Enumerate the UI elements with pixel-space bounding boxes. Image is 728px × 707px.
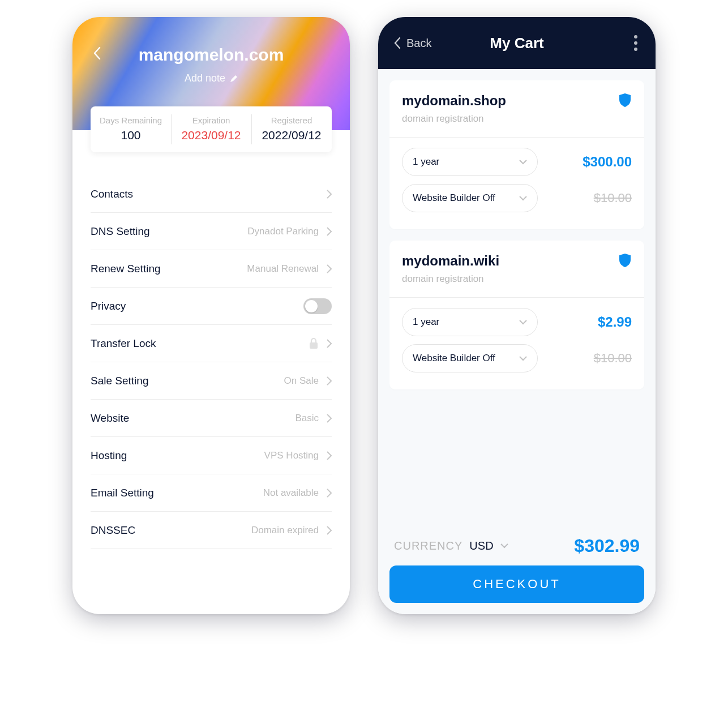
- term-value: 1 year: [413, 316, 439, 328]
- row-label: Renew Setting: [91, 263, 161, 275]
- row-value: On Sale: [284, 375, 319, 387]
- back-label: Back: [406, 37, 431, 50]
- shield-icon: [618, 253, 632, 268]
- add-note-label: Add note: [185, 72, 225, 84]
- row-contacts[interactable]: Contacts: [91, 175, 332, 213]
- chevron-right-icon: [327, 339, 332, 348]
- chevron-down-icon: [519, 320, 527, 325]
- stat-value: 2022/09/12: [254, 128, 329, 142]
- item-price: $300.00: [583, 154, 632, 170]
- chevron-right-icon: [327, 414, 332, 423]
- row-label: Sale Setting: [91, 375, 148, 387]
- builder-select[interactable]: Website Builder Off: [402, 184, 538, 212]
- row-transfer-lock[interactable]: Transfer Lock: [91, 325, 332, 362]
- builder-price: $10.00: [594, 351, 632, 366]
- row-value: VPS Hosting: [264, 450, 319, 461]
- back-icon[interactable]: [93, 46, 101, 60]
- chevron-right-icon: [327, 376, 332, 385]
- row-privacy: Privacy: [91, 288, 332, 325]
- term-select[interactable]: 1 year: [402, 308, 538, 336]
- stat-value: 2023/09/12: [173, 128, 249, 142]
- row-value: Basic: [295, 413, 319, 424]
- row-dns[interactable]: DNS Setting Dynadot Parking: [91, 213, 332, 250]
- row-label: DNSSEC: [91, 524, 135, 537]
- currency-row: CURRENCY USD $302.99: [389, 532, 644, 565]
- checkout-button[interactable]: CHECKOUT: [389, 565, 644, 603]
- term-value: 1 year: [413, 156, 439, 168]
- phone-domain-details: mangomelon.com Add note Days Remaining 1…: [72, 17, 350, 614]
- chevron-down-icon: [519, 160, 527, 165]
- builder-value: Website Builder Off: [413, 192, 495, 204]
- more-menu-button[interactable]: [634, 35, 637, 51]
- pencil-icon: [230, 75, 238, 83]
- row-label: Hosting: [91, 449, 127, 462]
- row-email[interactable]: Email Setting Not available: [91, 474, 332, 512]
- row-label: Transfer Lock: [91, 337, 156, 350]
- row-label: Privacy: [91, 300, 126, 312]
- domain-title: mangomelon.com: [139, 45, 284, 65]
- cart-title: My Cart: [490, 35, 543, 52]
- cart-body: mydomain.shop domain registration 1 year…: [378, 69, 656, 614]
- stat-label: Registered: [254, 115, 329, 125]
- divider: [389, 137, 644, 138]
- cart-total: $302.99: [574, 535, 640, 556]
- row-value: Domain expired: [251, 525, 319, 536]
- chevron-right-icon: [327, 190, 332, 199]
- privacy-toggle[interactable]: [303, 298, 332, 314]
- divider: [389, 297, 644, 298]
- shield-icon: [618, 93, 632, 108]
- checkout-label: CHECKOUT: [473, 577, 560, 592]
- phone-cart: Back My Cart mydomain.shop domain regist…: [378, 17, 656, 614]
- cart-item: mydomain.shop domain registration 1 year…: [389, 80, 644, 229]
- cart-item: mydomain.wiki domain registration 1 year…: [389, 241, 644, 389]
- currency-select[interactable]: CURRENCY USD: [394, 539, 508, 552]
- chevron-right-icon: [327, 451, 332, 460]
- chevron-right-icon: [327, 227, 332, 236]
- currency-label: CURRENCY: [394, 539, 463, 552]
- add-note-button[interactable]: Add note: [185, 72, 238, 84]
- back-button[interactable]: Back: [394, 37, 431, 50]
- stat-label: Days Remaining: [93, 115, 169, 125]
- row-label: Contacts: [91, 188, 133, 200]
- cart-item-subtitle: domain registration: [402, 113, 506, 125]
- currency-value: USD: [469, 539, 493, 552]
- lock-icon: [309, 338, 319, 349]
- row-value: Dynadot Parking: [247, 226, 319, 237]
- row-dnssec[interactable]: DNSSEC Domain expired: [91, 512, 332, 549]
- builder-value: Website Builder Off: [413, 353, 495, 364]
- row-sale[interactable]: Sale Setting On Sale: [91, 362, 332, 400]
- item-price: $2.99: [598, 314, 632, 330]
- builder-select[interactable]: Website Builder Off: [402, 344, 538, 372]
- stat-value: 100: [93, 128, 169, 142]
- row-value: Not available: [263, 487, 319, 499]
- row-label: Website: [91, 412, 129, 425]
- row-label: Email Setting: [91, 487, 154, 499]
- row-website[interactable]: Website Basic: [91, 400, 332, 437]
- row-renew[interactable]: Renew Setting Manual Renewal: [91, 250, 332, 288]
- cart-item-name: mydomain.wiki: [402, 253, 499, 269]
- chevron-down-icon: [519, 356, 527, 361]
- row-label: DNS Setting: [91, 225, 150, 238]
- chevron-right-icon: [327, 264, 332, 273]
- chevron-down-icon: [500, 543, 508, 549]
- chevron-left-icon: [394, 37, 401, 49]
- chevron-right-icon: [327, 526, 332, 535]
- chevron-down-icon: [519, 196, 527, 201]
- stats-card: Days Remaining 100 Expiration 2023/09/12…: [91, 106, 332, 152]
- row-hosting[interactable]: Hosting VPS Hosting: [91, 437, 332, 474]
- stat-expiration: Expiration 2023/09/12: [171, 106, 251, 152]
- stat-label: Expiration: [173, 115, 249, 125]
- stat-registered: Registered 2022/09/12: [251, 106, 332, 152]
- term-select[interactable]: 1 year: [402, 148, 538, 176]
- navbar: Back My Cart: [378, 17, 656, 69]
- builder-price: $10.00: [594, 191, 632, 205]
- cart-item-subtitle: domain registration: [402, 273, 499, 285]
- stat-days-remaining: Days Remaining 100: [91, 106, 171, 152]
- cart-item-name: mydomain.shop: [402, 93, 506, 109]
- row-value: Manual Renewal: [247, 263, 319, 275]
- chevron-right-icon: [327, 489, 332, 498]
- settings-list: Contacts DNS Setting Dynadot Parking Ren…: [72, 175, 350, 549]
- svg-rect-0: [310, 342, 318, 349]
